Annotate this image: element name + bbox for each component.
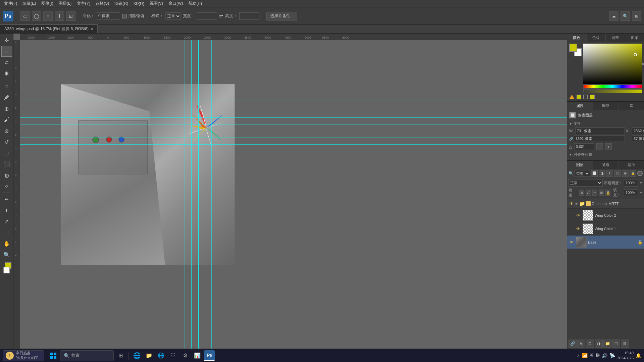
- lock-position-btn[interactable]: ✛: [592, 190, 597, 196]
- align-collapse[interactable]: ▼: [569, 153, 572, 156]
- feather-input[interactable]: [97, 12, 120, 20]
- hue-slider[interactable]: [583, 85, 642, 89]
- lasso-tool[interactable]: ⊂: [1, 57, 12, 68]
- flip-v-icon[interactable]: ↕: [605, 143, 612, 150]
- blend-mode-select[interactable]: 正常: [568, 179, 603, 187]
- opacity-dropdown-icon[interactable]: ▼: [639, 181, 643, 185]
- history-brush-tool[interactable]: ↺: [1, 137, 12, 147]
- wing2-visibility[interactable]: 👁: [575, 212, 581, 218]
- lock-transparent-btn[interactable]: ⊠: [579, 190, 584, 196]
- menu-select[interactable]: 选择(S): [93, 0, 112, 7]
- menu-file[interactable]: 文件(F): [1, 0, 20, 7]
- new-layer-btn[interactable]: □: [612, 340, 620, 348]
- clone-stamp-tool[interactable]: ⊗: [1, 125, 12, 136]
- marquee-row-tool[interactable]: ━: [43, 11, 53, 21]
- eraser-tool[interactable]: ◻: [1, 148, 12, 158]
- tab-paths[interactable]: 路径: [618, 161, 644, 169]
- marquee-ellipse-tool[interactable]: ◯: [32, 11, 41, 21]
- menu-filter[interactable]: 滤镜(R): [112, 0, 131, 7]
- filter-pixel-btn[interactable]: ⬜: [591, 170, 598, 177]
- magic-wand-tool[interactable]: ✱: [1, 68, 12, 79]
- delete-layer-btn[interactable]: 🗑: [621, 340, 629, 348]
- ime-icon[interactable]: 英: [590, 353, 594, 358]
- layer-type-filter[interactable]: 类型: [575, 170, 590, 177]
- select-subject-button[interactable]: 选择并遮住...: [266, 12, 297, 20]
- clock[interactable]: 15:49 2024/7/25: [617, 351, 634, 360]
- tab-color[interactable]: 颜色: [567, 34, 587, 42]
- ime-mode-icon[interactable]: 拼: [596, 353, 600, 358]
- background-color[interactable]: [3, 267, 10, 273]
- move-tool[interactable]: ✛: [1, 35, 12, 46]
- path-select-tool[interactable]: ↗: [1, 216, 12, 227]
- web-safe-icon[interactable]: [583, 95, 588, 99]
- remove-warning-checkbox[interactable]: 消除锯齿: [122, 13, 144, 19]
- lock-artboard-btn[interactable]: ⊞: [599, 190, 604, 196]
- photoshop-btn[interactable]: Ps: [204, 350, 215, 361]
- network-icon[interactable]: 📶: [582, 353, 588, 358]
- lock-image-btn[interactable]: 🖌: [586, 190, 591, 196]
- layer-group-option[interactable]: 👁 ▶ 📁 Option ex MRTT: [567, 199, 644, 209]
- app1-btn[interactable]: 🛡: [168, 350, 179, 361]
- notification-bell-icon[interactable]: 🔔: [636, 353, 641, 358]
- layer-base[interactable]: 👁 Base 🔒: [567, 236, 644, 249]
- add-group-btn[interactable]: 📁: [603, 340, 611, 348]
- windows-btn[interactable]: [48, 350, 59, 361]
- task-view-btn[interactable]: ⊞: [115, 350, 126, 361]
- explorer-btn[interactable]: 📁: [144, 350, 154, 361]
- menu-image[interactable]: 图像(I): [39, 0, 56, 7]
- transform-collapse[interactable]: ▼: [569, 122, 572, 125]
- select-tool[interactable]: ▭: [1, 46, 12, 57]
- tab-properties[interactable]: 属性: [567, 102, 593, 110]
- layer-wing-color-1[interactable]: 👁 Wing Color 1: [567, 222, 644, 236]
- x-input[interactable]: [632, 127, 644, 134]
- marquee-rect-tool[interactable]: ▭: [20, 11, 30, 21]
- option-group-expand-arrow[interactable]: ▶: [576, 202, 578, 205]
- healing-tool[interactable]: ⊕: [1, 103, 12, 114]
- color-picker-gradient[interactable]: ▶: [583, 44, 642, 84]
- document-tab[interactable]: A330_wings.psd @ 16.7% (Ref 挡贝 6, RGB/8)…: [0, 24, 98, 33]
- menu-edit[interactable]: 编辑(E): [20, 0, 39, 7]
- layer-fx-btn[interactable]: fx: [577, 340, 585, 348]
- foreground-swatch[interactable]: [569, 44, 577, 52]
- pen-tool[interactable]: ✒: [1, 194, 12, 205]
- menu-text[interactable]: 文字(Y): [74, 0, 93, 7]
- fill-input[interactable]: [624, 189, 638, 196]
- edge-btn[interactable]: 🌐: [132, 350, 142, 361]
- filter-type-btn[interactable]: T: [606, 170, 613, 177]
- menu-3d[interactable]: 3D(D): [131, 1, 147, 7]
- eyedropper-tool[interactable]: 🖉: [1, 92, 12, 103]
- tab-channels[interactable]: 通道: [593, 161, 619, 169]
- option-group-visibility[interactable]: 👁: [568, 201, 575, 207]
- fill-dropdown-icon[interactable]: ▼: [639, 191, 643, 195]
- text-tool[interactable]: T: [1, 205, 12, 216]
- add-mask-btn[interactable]: ⊡: [586, 340, 594, 348]
- angle-input[interactable]: [574, 143, 594, 150]
- tab-swatches[interactable]: 色板: [587, 34, 606, 42]
- marquee-col-tool[interactable]: ┃: [55, 11, 64, 21]
- gradient-tool[interactable]: ⬛: [1, 159, 12, 169]
- zoom-tool[interactable]: 🔍: [1, 249, 12, 260]
- filter-adj-btn[interactable]: ◑: [599, 170, 605, 177]
- app2-btn[interactable]: ⚙: [180, 350, 191, 361]
- menu-window[interactable]: 窗口(W): [166, 0, 186, 7]
- tab-gradient[interactable]: 渐变: [606, 34, 625, 42]
- filter-smart-btn[interactable]: ⊕: [622, 170, 629, 177]
- dodge-tool[interactable]: ○: [1, 181, 12, 192]
- tab-pattern[interactable]: 图案: [625, 34, 644, 42]
- wifi-icon[interactable]: 🔊: [602, 353, 607, 358]
- workspace-icon[interactable]: ⊞: [632, 11, 641, 21]
- w-input[interactable]: [575, 127, 625, 134]
- wing1-visibility[interactable]: 👁: [575, 226, 581, 232]
- filter-shape-btn[interactable]: □: [614, 170, 621, 177]
- opacity-input[interactable]: [624, 179, 638, 187]
- y-input[interactable]: [632, 135, 644, 142]
- gamut-warning-icon[interactable]: [569, 95, 575, 99]
- hand-tool[interactable]: ✋: [1, 238, 12, 249]
- brush-tool[interactable]: 🖌: [1, 114, 12, 125]
- search-btn[interactable]: 🔍 搜索: [60, 350, 114, 361]
- notification-area[interactable]: ! 今日热点 "你是什么东西"...: [3, 350, 44, 361]
- refine-edge-tool[interactable]: ⊡: [66, 11, 76, 21]
- h-input[interactable]: [574, 135, 625, 142]
- ps-home-icon[interactable]: Ps: [3, 11, 13, 21]
- alpha-slider[interactable]: [583, 89, 642, 93]
